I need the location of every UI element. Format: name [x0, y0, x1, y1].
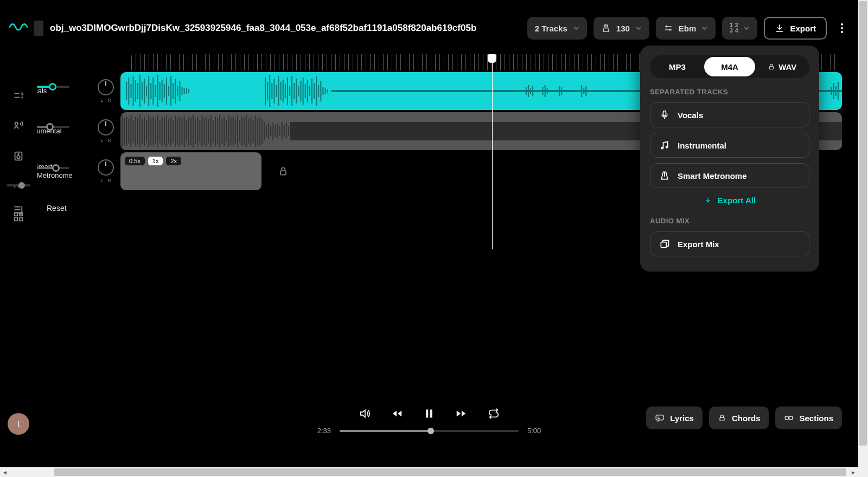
export-item-mix[interactable]: Export Mix [650, 231, 809, 256]
svg-rect-91 [133, 120, 134, 143]
svg-rect-32 [177, 86, 178, 96]
svg-rect-161 [288, 126, 289, 136]
svg-rect-10 [128, 78, 129, 105]
metronome-clip[interactable]: 0.5x 1x 2x [120, 152, 261, 190]
pan-knob-vocals[interactable] [98, 79, 114, 95]
loop-button[interactable] [488, 408, 500, 420]
chords-button[interactable]: Chords [709, 407, 769, 429]
svg-rect-43 [276, 85, 277, 97]
layers-icon [659, 238, 670, 249]
metronome-icon [659, 170, 670, 181]
zoom-slider[interactable] [7, 184, 30, 186]
export-item-metronome[interactable]: Smart Metronome [650, 163, 809, 188]
export-item-instrumental[interactable]: Instrumental [650, 133, 809, 158]
svg-rect-53 [298, 86, 299, 96]
rewind-button[interactable] [390, 408, 404, 420]
svg-rect-90 [130, 115, 131, 147]
svg-rect-112 [179, 117, 180, 146]
export-button[interactable]: Export [764, 17, 827, 40]
tracks-label: 2 Tracks [535, 24, 567, 33]
export-item-vocals[interactable]: Vocals [650, 102, 809, 127]
vertical-scrollbar[interactable] [858, 0, 868, 467]
svg-rect-136 [233, 117, 234, 146]
speaker-icon[interactable] [12, 150, 25, 163]
svg-point-2 [17, 156, 20, 159]
volume-slider-instrumental[interactable] [37, 121, 69, 132]
svg-rect-82 [833, 83, 834, 99]
svg-rect-60 [314, 83, 315, 99]
svg-rect-157 [279, 126, 280, 136]
svg-rect-129 [217, 118, 218, 145]
svg-rect-100 [152, 117, 154, 146]
svg-rect-159 [284, 125, 285, 137]
volume-slider-vocals[interactable] [37, 81, 69, 92]
svg-rect-33 [179, 81, 180, 101]
count-in-dropdown[interactable]: 12 34 [722, 17, 757, 40]
export-all-button[interactable]: Export All [650, 196, 809, 205]
svg-rect-170 [426, 410, 428, 418]
svg-rect-110 [175, 115, 176, 147]
forward-button[interactable] [454, 408, 468, 420]
svg-rect-86 [122, 115, 123, 147]
format-tab-wav[interactable]: WAV [756, 57, 808, 76]
svg-rect-39 [267, 82, 268, 100]
svg-rect-68 [526, 87, 527, 95]
svg-rect-138 [237, 115, 238, 147]
tracks-dropdown[interactable]: 2 Tracks [527, 17, 587, 40]
music-icon [659, 140, 670, 151]
svg-rect-79 [585, 86, 586, 96]
sheet-icon[interactable] [12, 204, 24, 216]
export-label: Export [790, 24, 816, 33]
svg-rect-61 [316, 76, 317, 106]
horizontal-scrollbar[interactable]: ◄ ► [0, 467, 858, 477]
progress-slider[interactable] [340, 430, 519, 432]
lock-icon [718, 414, 726, 422]
svg-rect-7 [20, 218, 23, 221]
svg-rect-38 [265, 78, 266, 105]
svg-rect-87 [124, 118, 125, 145]
svg-rect-148 [259, 117, 260, 146]
more-menu[interactable] [837, 19, 847, 37]
voice-icon[interactable] [12, 119, 25, 132]
svg-rect-111 [177, 118, 178, 145]
svg-rect-31 [175, 79, 176, 104]
svg-rect-84 [838, 82, 839, 100]
topbar: obj_wo3DlMOGwrbDjj7DisKw_32593925946_faa… [37, 16, 847, 40]
app-logo[interactable] [9, 20, 28, 33]
svg-rect-119 [195, 119, 196, 144]
speed-chip-2x[interactable]: 2x [166, 157, 181, 165]
volume-slider-metronome[interactable] [37, 163, 69, 173]
svg-rect-71 [532, 86, 533, 96]
svg-rect-70 [530, 88, 531, 94]
pan-knob-instrumental[interactable] [98, 119, 114, 136]
pan-knob-metronome[interactable] [98, 159, 114, 176]
format-tab-mp3[interactable]: MP3 [652, 57, 703, 76]
separate-icon[interactable] [12, 89, 25, 102]
svg-rect-171 [430, 410, 432, 418]
svg-rect-174 [786, 416, 789, 420]
svg-rect-73 [545, 85, 546, 97]
pause-button[interactable] [424, 407, 435, 420]
svg-rect-52 [296, 79, 297, 104]
svg-rect-173 [720, 417, 724, 421]
tempo-value: 130 [616, 24, 630, 33]
svg-rect-99 [150, 118, 151, 145]
key-value: Ebm [679, 24, 697, 33]
key-dropdown[interactable]: Ebm [656, 17, 716, 40]
lyrics-button[interactable]: Lyrics [646, 407, 703, 429]
speed-chip-1x[interactable]: 1x [148, 157, 163, 165]
speed-chip-05x[interactable]: 0.5x [125, 157, 145, 165]
volume-button[interactable] [359, 408, 371, 420]
back-button[interactable] [34, 21, 43, 36]
tempo-dropdown[interactable]: 130 [593, 17, 649, 40]
time-total: 5:00 [527, 427, 541, 435]
svg-rect-17 [144, 79, 145, 104]
chevron-down-icon [743, 25, 750, 31]
svg-rect-9 [126, 82, 127, 100]
svg-rect-49 [289, 86, 290, 96]
svg-rect-123 [203, 118, 205, 145]
svg-rect-175 [789, 416, 793, 420]
sections-button[interactable]: Sections [775, 407, 842, 429]
format-tab-m4a[interactable]: M4A [704, 57, 756, 76]
svg-rect-63 [320, 81, 321, 101]
